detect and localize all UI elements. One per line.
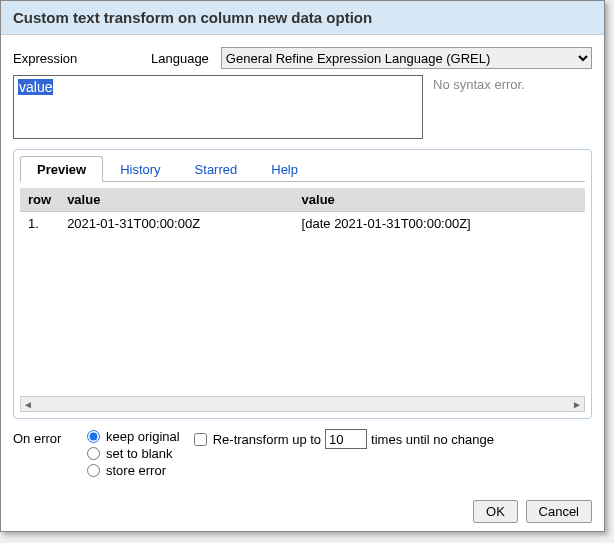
radio-set-blank-text: set to blank: [106, 446, 173, 461]
on-error-radio-group: keep original set to blank store error: [87, 429, 180, 480]
on-error-label: On error: [13, 429, 73, 446]
dialog-title: Custom text transform on column new data…: [1, 1, 604, 35]
radio-store-error-text: store error: [106, 463, 166, 478]
syntax-status: No syntax error.: [433, 75, 525, 139]
expression-row: value No syntax error.: [13, 75, 592, 139]
header-value-in: value: [59, 188, 293, 212]
radio-keep-original-text: keep original: [106, 429, 180, 444]
tab-strip: Preview History Starred Help: [14, 150, 591, 182]
preview-panel: row value value 1. 2021-01-31T00:00:00Z …: [14, 182, 591, 418]
dialog-footer: OK Cancel: [1, 492, 604, 531]
preview-scroll[interactable]: row value value 1. 2021-01-31T00:00:00Z …: [20, 188, 585, 392]
language-label: Language: [151, 51, 209, 66]
tab-history[interactable]: History: [103, 156, 177, 182]
radio-store-error[interactable]: [87, 464, 100, 477]
language-select[interactable]: General Refine Expression Language (GREL…: [221, 47, 592, 69]
cancel-button[interactable]: Cancel: [526, 500, 592, 523]
table-row: 1. 2021-01-31T00:00:00Z [date 2021-01-31…: [20, 212, 585, 236]
retransform-suffix: times until no change: [371, 432, 494, 447]
retransform-prefix: Re-transform up to: [213, 432, 321, 447]
scroll-right-icon[interactable]: ►: [570, 397, 584, 411]
retransform-checkbox[interactable]: [194, 433, 207, 446]
tab-preview[interactable]: Preview: [20, 156, 103, 182]
tabs-container: Preview History Starred Help row value v…: [13, 149, 592, 419]
retransform-count-input[interactable]: [325, 429, 367, 449]
header-value-out: value: [294, 188, 585, 212]
horizontal-scrollbar[interactable]: ◄ ►: [20, 396, 585, 412]
radio-set-blank[interactable]: [87, 447, 100, 460]
radio-keep-original-label[interactable]: keep original: [87, 429, 180, 444]
radio-set-blank-label[interactable]: set to blank: [87, 446, 180, 461]
tab-starred[interactable]: Starred: [178, 156, 255, 182]
cell-row-index: 1.: [20, 212, 59, 236]
cell-value-in: 2021-01-31T00:00:00Z: [59, 212, 293, 236]
dialog-body: Expression Language General Refine Expre…: [1, 35, 604, 492]
radio-keep-original[interactable]: [87, 430, 100, 443]
transform-dialog: Custom text transform on column new data…: [0, 0, 605, 532]
expression-header-row: Expression Language General Refine Expre…: [13, 47, 592, 69]
scroll-left-icon[interactable]: ◄: [21, 397, 35, 411]
radio-store-error-label[interactable]: store error: [87, 463, 180, 478]
retransform-group: Re-transform up to times until no change: [194, 429, 494, 449]
expression-label: Expression: [13, 51, 143, 66]
on-error-row: On error keep original set to blank stor…: [13, 429, 592, 480]
expression-textarea[interactable]: value: [13, 75, 423, 139]
tab-help[interactable]: Help: [254, 156, 315, 182]
ok-button[interactable]: OK: [473, 500, 518, 523]
preview-header-row: row value value: [20, 188, 585, 212]
preview-table: row value value 1. 2021-01-31T00:00:00Z …: [20, 188, 585, 235]
cell-value-out: [date 2021-01-31T00:00:00Z]: [294, 212, 585, 236]
header-row: row: [20, 188, 59, 212]
